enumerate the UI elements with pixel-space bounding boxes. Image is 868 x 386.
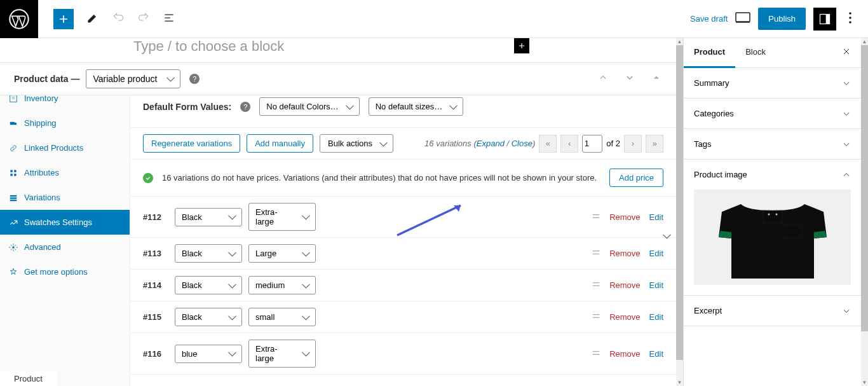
remove-variation-link[interactable]: Remove	[609, 212, 640, 222]
tab-advanced[interactable]: Advanced	[0, 235, 130, 259]
settings-sidebar-toggle[interactable]	[813, 8, 836, 31]
panel-header-tags[interactable]: Tags	[684, 129, 861, 159]
drag-handle-icon[interactable]	[592, 348, 600, 359]
tab-attributes[interactable]: Attributes	[0, 160, 130, 185]
scroll-down-icon[interactable]: ▼	[861, 379, 868, 386]
tab-swatches-settings[interactable]: Swatches Settings	[0, 210, 130, 235]
variation-size-select[interactable]: medium	[248, 276, 316, 294]
tab-block[interactable]: Block	[735, 38, 776, 67]
remove-variation-link[interactable]: Remove	[609, 312, 640, 322]
svg-point-5	[849, 17, 851, 19]
tab-shipping[interactable]: Shipping	[0, 111, 130, 135]
footer-breadcrumb[interactable]: Product	[0, 371, 57, 386]
variation-row[interactable]: #116 blue Extra-large Remove Edit	[130, 333, 676, 375]
edit-variation-link[interactable]: Edit	[649, 349, 663, 359]
add-manually-button[interactable]: Add manually	[247, 134, 313, 153]
remove-variation-link[interactable]: Remove	[609, 280, 640, 290]
default-sizes-select[interactable]: No default sizes…	[369, 97, 464, 116]
product-image-preview[interactable]	[694, 190, 851, 285]
drag-handle-icon[interactable]	[592, 312, 600, 322]
add-price-button[interactable]: Add price	[609, 169, 663, 187]
tab-product[interactable]: Product	[684, 38, 735, 68]
move-down-icon[interactable]	[625, 73, 634, 85]
variation-row[interactable]: #113 Black Large Remove Edit	[130, 238, 676, 270]
panel-header-excerpt[interactable]: Excerpt	[684, 296, 861, 326]
add-block-inline-button[interactable]	[514, 38, 529, 53]
edit-variation-link[interactable]: Edit	[649, 212, 663, 222]
expand-link[interactable]: Expand	[477, 139, 505, 148]
tab-linked-products[interactable]: Linked Products	[0, 135, 130, 160]
next-page-button[interactable]: ›	[624, 135, 642, 153]
remove-variation-link[interactable]: Remove	[609, 249, 640, 258]
help-icon[interactable]: ?	[189, 74, 200, 84]
help-icon[interactable]: ?	[240, 102, 250, 112]
variation-size-select[interactable]: small	[248, 308, 316, 326]
variations-count: 16 variations (Expand / Close)	[424, 139, 535, 148]
variation-size-select[interactable]: Large	[248, 244, 316, 263]
undo-icon[interactable]	[112, 11, 125, 27]
drag-handle-icon[interactable]	[592, 280, 600, 291]
remove-variation-link[interactable]: Remove	[609, 349, 640, 359]
svg-rect-8	[10, 170, 13, 172]
regenerate-variations-button[interactable]: Regenerate variations	[143, 134, 240, 153]
variations-toolbar: Regenerate variations Add manually Bulk …	[130, 128, 676, 160]
variation-color-select[interactable]: blue	[175, 345, 242, 363]
scroll-up-icon[interactable]: ▲	[861, 38, 868, 45]
edit-variation-link[interactable]: Edit	[649, 280, 663, 290]
product-type-select[interactable]: Variable product	[86, 69, 180, 88]
save-draft-button[interactable]: Save draft	[690, 14, 728, 24]
default-colors-select[interactable]: No default Colors…	[259, 97, 359, 116]
move-up-icon[interactable]	[599, 73, 607, 85]
tab-variations[interactable]: Variations	[0, 185, 130, 210]
variation-row[interactable]: #112 Black Extra-large Remove Edit	[130, 196, 676, 238]
page-select[interactable]: 1	[582, 135, 602, 153]
variation-color-select[interactable]: Black	[175, 276, 242, 294]
first-page-button[interactable]: «	[539, 135, 557, 153]
add-block-button[interactable]	[53, 9, 74, 29]
panel-header-product-image[interactable]: Product image	[684, 160, 861, 190]
scroll-up-icon[interactable]: ▲	[676, 38, 683, 45]
last-page-button[interactable]: »	[646, 135, 663, 153]
edit-icon[interactable]	[86, 11, 99, 27]
redo-icon[interactable]	[137, 11, 150, 27]
more-options-icon[interactable]	[844, 12, 857, 26]
edit-variation-link[interactable]: Edit	[649, 312, 663, 322]
editor-scrollbar-track[interactable]: ▲ ▼	[676, 38, 683, 386]
variation-row[interactable]: #115 Black small Remove Edit	[130, 301, 676, 333]
variation-color-select[interactable]: Black	[175, 244, 242, 263]
tab-label: Get more options	[24, 267, 88, 277]
svg-rect-9	[14, 170, 17, 172]
variation-color-select[interactable]: Black	[175, 208, 242, 226]
variation-size-select[interactable]: Extra-large	[248, 203, 316, 231]
editor-scrollbar-thumb[interactable]	[676, 45, 683, 360]
page-scrollbar-track[interactable]: ▲ ▼	[861, 38, 868, 386]
drag-handle-icon[interactable]	[592, 212, 600, 223]
edit-variation-link[interactable]: Edit	[649, 249, 663, 258]
tab-label: Swatches Settings	[24, 217, 92, 227]
prev-page-button[interactable]: ‹	[560, 135, 578, 153]
panel-header-categories[interactable]: Categories	[684, 99, 861, 128]
page-scrollbar-thumb[interactable]	[861, 45, 868, 331]
tab-get-more-options[interactable]: Get more options	[0, 259, 130, 284]
drag-handle-icon[interactable]	[592, 248, 600, 259]
panel-header-summary[interactable]: Summary	[684, 68, 861, 98]
variation-row[interactable]: #114 Black medium Remove Edit	[130, 270, 676, 301]
bulk-actions-select[interactable]: Bulk actions	[320, 134, 393, 153]
wordpress-logo[interactable]	[0, 0, 38, 38]
chevron-down-icon	[842, 140, 851, 149]
variation-actions: Remove Edit	[592, 348, 663, 359]
chevron-up-icon	[842, 170, 851, 179]
variation-color-select[interactable]: Black	[175, 308, 242, 326]
tab-label: Linked Products	[24, 143, 83, 153]
publish-button[interactable]: Publish	[758, 8, 806, 30]
scroll-down-icon[interactable]: ▼	[676, 379, 683, 386]
close-sidebar-icon[interactable]	[832, 38, 861, 67]
svg-rect-11	[14, 174, 17, 176]
close-link[interactable]: Close	[512, 139, 532, 148]
settings-sidebar: Product Block Summary Categories Tags	[683, 38, 861, 386]
variation-size-select[interactable]: Extra-large	[248, 340, 316, 368]
collapse-up-icon[interactable]	[652, 73, 661, 85]
document-outline-icon[interactable]	[163, 11, 175, 27]
price-notice: 16 variations do not have prices. Variat…	[130, 160, 676, 196]
preview-icon[interactable]	[735, 12, 750, 26]
